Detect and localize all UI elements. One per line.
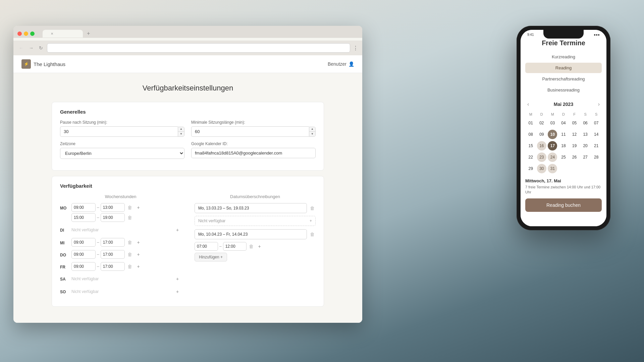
pause-down-button[interactable]: ▼ [178,132,184,136]
mo-delete-2-button[interactable]: 🗑 [126,214,133,221]
override-2-start[interactable] [195,242,218,251]
close-button[interactable] [17,32,22,36]
phone-content: Freie Termine Kurzreading Reading Partne… [521,39,606,226]
fr-delete-button[interactable]: 🗑 [126,263,133,270]
cal-header-m2: M [547,111,558,117]
cal-day-05[interactable]: 05 [570,118,579,128]
cal-day-31[interactable]: 31 [548,164,557,173]
pause-input[interactable] [60,126,178,137]
new-tab-button[interactable]: + [84,29,93,38]
do-end-1[interactable] [101,250,125,259]
override-1-range-input[interactable] [195,203,307,213]
do-start-1[interactable] [71,250,96,259]
mo-add-button[interactable]: + [135,204,142,211]
override-2-time-add-button[interactable]: + [256,243,263,250]
cal-day-28[interactable]: 28 [592,153,601,162]
cal-day-06[interactable]: 06 [581,118,590,128]
forward-button[interactable]: → [28,45,35,51]
browser-chrome: ✕ + [13,26,362,38]
hinzufugen-button[interactable]: Hinzufügen + [195,253,227,261]
so-add-button[interactable]: + [174,288,181,295]
cal-day-09[interactable]: 09 [537,130,546,139]
reading-type-partnerschaft[interactable]: Partnerschaftsreading [525,74,602,84]
mi-delete-button[interactable]: 🗑 [126,239,133,246]
cal-day-04[interactable]: 04 [559,118,568,128]
google-label: Google Kalender ID: [191,141,316,146]
mo-start-1[interactable] [71,203,96,212]
cal-day-26[interactable]: 26 [570,153,579,162]
min-sitzung-input[interactable] [191,126,309,137]
minimize-button[interactable] [24,32,28,36]
cal-week-2: 08 09 10 11 12 13 14 [525,129,602,140]
mo-end-1[interactable] [101,203,125,212]
google-id-input[interactable] [191,148,316,158]
cal-day-11[interactable]: 11 [559,130,568,139]
do-add-button[interactable]: + [135,251,142,258]
di-add-button[interactable]: + [174,226,181,234]
zeitzone-select[interactable]: Europe/Berlin [60,148,184,159]
cal-day-07[interactable]: 07 [592,118,601,128]
maximize-button[interactable] [30,32,35,36]
fr-add-button[interactable]: + [135,263,142,270]
browser-menu-icon[interactable]: ⋮ [353,45,358,51]
mi-add-button[interactable]: + [135,239,142,246]
tab-close-icon[interactable]: ✕ [51,32,53,36]
mi-start-1[interactable] [71,238,96,247]
mo-start-2[interactable] [71,213,96,222]
address-bar[interactable] [47,43,350,53]
cal-day-08[interactable]: 08 [526,130,535,139]
override-2-range-input[interactable] [195,229,307,239]
calendar-prev-button[interactable]: ‹ [525,101,531,108]
calendar-next-button[interactable]: › [596,101,602,108]
cal-day-25[interactable]: 25 [559,153,568,162]
cal-day-02[interactable]: 02 [537,118,546,128]
phone-mockup: 9:41 ●●● Freie Termine Kurzreading Readi… [517,26,610,230]
browser-tab[interactable]: ✕ [43,30,83,38]
mi-end-1[interactable] [101,238,125,247]
reading-type-business[interactable]: Businessreading [525,85,602,95]
cal-day-20[interactable]: 20 [581,141,590,150]
do-delete-button[interactable]: 🗑 [126,251,133,258]
override-1-delete-button[interactable]: 🗑 [309,205,316,212]
back-button[interactable]: ← [17,45,25,51]
fr-end-1[interactable] [101,262,125,271]
sa-add-button[interactable]: + [174,275,181,283]
pause-up-button[interactable]: ▲ [178,127,184,132]
min-sitzung-up-button[interactable]: ▲ [309,127,315,132]
cal-day-30[interactable]: 30 [537,164,546,173]
override-2-end[interactable] [223,242,247,251]
user-label: Benutzer [328,61,346,67]
day-row-mo: MO – 🗑 + [60,203,181,222]
user-menu[interactable]: Benutzer 👤 [328,61,354,67]
reading-type-reading[interactable]: Reading [525,63,602,73]
mo-delete-1-button[interactable]: 🗑 [126,204,133,211]
refresh-button[interactable]: ↻ [38,45,44,51]
fr-start-1[interactable] [71,262,96,271]
cal-day-16[interactable]: 16 [537,141,546,150]
cal-day-22[interactable]: 22 [526,153,535,162]
cal-day-03[interactable]: 03 [548,118,557,128]
cal-day-29[interactable]: 29 [526,164,535,173]
reading-types-list: Kurzreading Reading Partnerschaftsreadin… [525,52,602,95]
cal-day-14[interactable]: 14 [592,130,601,139]
cal-day-17[interactable]: 17 [548,141,557,150]
cal-day-27[interactable]: 27 [581,153,590,162]
cal-day-24[interactable]: 24 [548,153,557,162]
book-reading-button[interactable]: Reading buchen [525,198,602,212]
override-2-time-delete-button[interactable]: 🗑 [248,243,255,250]
datums-header: Datumsüberschreibungen [195,194,316,199]
override-1-add-time-button[interactable]: Nicht verfügbar + [195,216,316,226]
cal-day-18[interactable]: 18 [559,141,568,150]
reading-type-kurz[interactable]: Kurzreading [525,52,602,62]
mo-end-2[interactable] [101,213,125,222]
cal-day-01[interactable]: 01 [526,118,535,128]
cal-day-23[interactable]: 23 [537,153,546,162]
cal-day-15[interactable]: 15 [526,141,535,150]
cal-day-21[interactable]: 21 [592,141,601,150]
cal-day-12[interactable]: 12 [570,130,579,139]
cal-day-19[interactable]: 19 [570,141,579,150]
cal-day-10[interactable]: 10 [548,130,557,139]
override-2-delete-button[interactable]: 🗑 [309,231,316,238]
cal-day-13[interactable]: 13 [581,130,590,139]
min-sitzung-down-button[interactable]: ▼ [309,132,315,136]
